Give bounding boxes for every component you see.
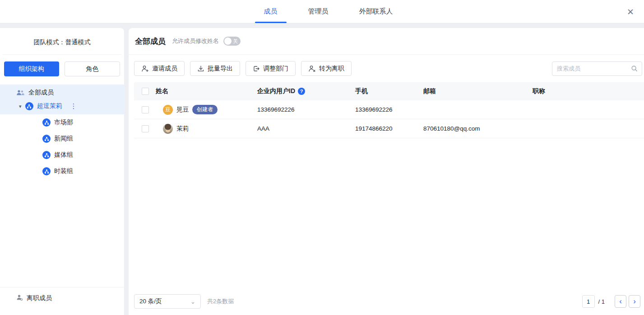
more-options-icon[interactable]: ⋮ <box>70 102 77 110</box>
convert-to-resigned-button[interactable]: 转为离职 <box>301 61 352 76</box>
tree-item-label: 时装组 <box>54 167 73 175</box>
member-name: 茉莉 <box>176 125 189 133</box>
resigned-members-item[interactable]: 离职成员 <box>0 287 124 315</box>
search-icon[interactable] <box>631 65 638 72</box>
column-header-name: 姓名 <box>156 87 257 95</box>
member-phone: 13369692226 <box>355 106 423 113</box>
sidebar: 团队模式：普通模式 组织架构 角色 全部成员 <box>0 28 124 315</box>
page-size-value: 20 条/页 <box>139 297 162 306</box>
tree-item-department[interactable]: 市场部 <box>0 114 124 131</box>
toggle-state-label: 关 <box>233 39 238 44</box>
caret-down-icon[interactable]: ▾ <box>19 104 22 109</box>
search-input[interactable] <box>557 65 631 72</box>
tree-item-label: 市场部 <box>54 118 73 127</box>
member-email: 870610180@qq.com <box>423 125 533 132</box>
tab-external-contacts[interactable]: 外部联系人 <box>350 0 402 23</box>
tree-item-company[interactable]: ▾ 超逗茉莉 ⋮ <box>0 99 124 113</box>
invite-member-icon <box>141 65 149 72</box>
top-tab-bar: 成员 管理员 外部联系人 ✕ <box>0 0 644 24</box>
move-out-icon <box>253 65 260 72</box>
allow-rename-toggle[interactable]: 关 <box>223 37 241 46</box>
main-panel: 全部成员 允许成员修改姓名 关 邀请成员 <box>129 28 644 315</box>
table-row[interactable]: 豆 晃豆 创建者 13369692226 13369692226 <box>134 100 644 119</box>
tree-item-all-members[interactable]: 全部成员 <box>0 86 124 99</box>
members-group-icon <box>16 89 25 96</box>
tree-item-label: 媒体组 <box>54 151 73 159</box>
org-structure-button[interactable]: 组织架构 <box>4 61 59 76</box>
resigned-members-label: 离职成员 <box>27 294 52 302</box>
close-icon[interactable]: ✕ <box>624 0 637 24</box>
button-label: 邀请成员 <box>152 65 177 73</box>
adjust-department-button[interactable]: 调整部门 <box>246 61 296 76</box>
team-mode-label: 团队模式：普通模式 <box>0 28 124 54</box>
role-button[interactable]: 角色 <box>65 61 120 76</box>
current-page-box[interactable]: 1 <box>582 295 595 308</box>
department-icon <box>25 102 33 110</box>
toggle-knob <box>224 38 232 45</box>
member-name-cell: 豆 晃豆 创建者 <box>156 105 257 115</box>
button-label: 批量导出 <box>208 65 233 73</box>
member-user-id: AAA <box>257 125 355 132</box>
tree-item-label: 新闻组 <box>54 135 73 143</box>
column-header-phone: 手机 <box>355 87 423 95</box>
department-icon <box>42 135 51 143</box>
main-header: 全部成员 允许成员修改姓名 关 <box>129 28 644 55</box>
next-page-button[interactable]: › <box>629 295 640 308</box>
table-header-row: 姓名 企业内用户ID ? 手机 邮箱 职称 <box>134 82 644 100</box>
row-checkbox[interactable] <box>142 125 149 132</box>
department-icon <box>42 151 51 159</box>
creator-badge: 创建者 <box>192 105 218 114</box>
tree-item-label: 全部成员 <box>28 89 54 97</box>
avatar <box>163 124 173 134</box>
tree-item-department[interactable]: 媒体组 <box>0 147 124 163</box>
member-name-cell: 茉莉 <box>156 124 257 134</box>
table-row[interactable]: 茉莉 AAA 19174866220 870610180@qq.com <box>134 119 644 138</box>
pagination: 1 / 1 ‹ › <box>582 295 640 308</box>
allow-rename-label: 允许成员修改姓名 <box>172 37 219 45</box>
prev-page-button[interactable]: ‹ <box>615 295 626 308</box>
help-icon[interactable]: ? <box>298 88 305 95</box>
toolbar: 邀请成员 批量导出 调整部门 <box>129 55 644 82</box>
tree-item-department[interactable]: 新闻组 <box>0 131 124 147</box>
page-title: 全部成员 <box>135 36 166 47</box>
column-header-email: 邮箱 <box>423 87 533 95</box>
batch-export-button[interactable]: 批量导出 <box>190 61 240 76</box>
tab-members[interactable]: 成员 <box>255 0 287 23</box>
total-count-label: 共2条数据 <box>207 297 234 306</box>
avatar: 豆 <box>163 105 173 115</box>
tab-admins[interactable]: 管理员 <box>299 0 338 23</box>
column-header-title: 职称 <box>533 87 644 95</box>
tree-item-label: 超逗茉莉 <box>37 102 62 110</box>
person-remove-icon <box>308 65 316 72</box>
org-tree: 全部成员 ▾ 超逗茉莉 ⋮ <box>0 85 124 179</box>
download-icon <box>197 65 204 72</box>
tab-group: 成员 管理员 外部联系人 <box>255 0 402 23</box>
member-phone: 19174866220 <box>355 125 423 132</box>
total-pages-label: / 1 <box>598 298 605 305</box>
invite-member-button[interactable]: 邀请成员 <box>134 61 185 76</box>
resigned-person-icon <box>16 294 23 301</box>
search-box <box>552 61 642 76</box>
content-area: 团队模式：普通模式 组织架构 角色 全部成员 <box>0 28 644 315</box>
table-footer: 20 条/页 ⌄ 共2条数据 1 / 1 ‹ › <box>134 294 640 309</box>
member-name: 晃豆 <box>176 106 189 114</box>
member-user-id: 13369692226 <box>257 106 355 113</box>
department-icon <box>42 167 51 175</box>
row-checkbox[interactable] <box>142 106 149 113</box>
button-label: 调整部门 <box>263 65 288 73</box>
button-label: 转为离职 <box>319 65 344 73</box>
sidebar-mode-buttons: 组织架构 角色 <box>0 55 124 80</box>
column-header-user-id: 企业内用户ID ? <box>257 87 355 95</box>
selected-tree-block: 全部成员 ▾ 超逗茉莉 ⋮ <box>0 85 124 114</box>
department-icon <box>42 118 51 127</box>
chevron-down-icon: ⌄ <box>190 298 195 305</box>
page-size-select[interactable]: 20 条/页 ⌄ <box>134 294 201 309</box>
select-all-checkbox[interactable] <box>142 88 149 95</box>
tree-item-department[interactable]: 时装组 <box>0 163 124 179</box>
